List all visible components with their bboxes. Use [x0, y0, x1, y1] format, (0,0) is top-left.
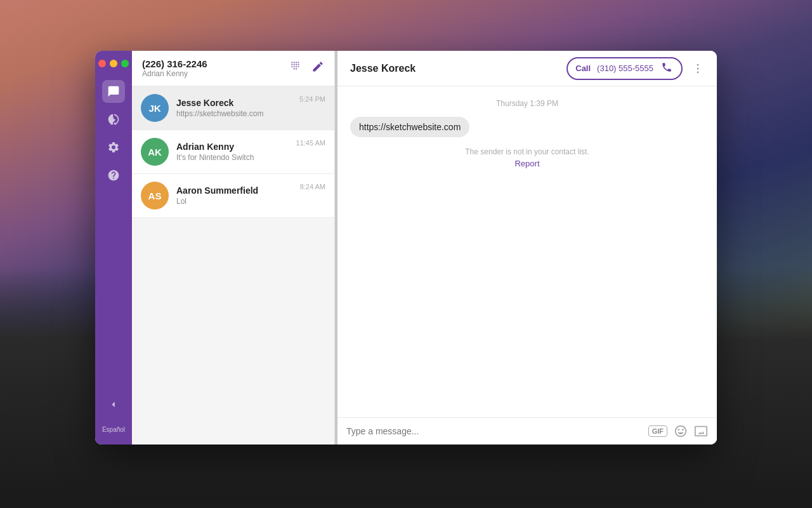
- compose-button[interactable]: [311, 60, 324, 76]
- report-link[interactable]: Report: [514, 159, 539, 168]
- avatar: JK: [141, 94, 169, 122]
- contacts-header: (226) 316-2246 Adrian Kenny: [132, 51, 334, 86]
- gif-button[interactable]: GIF: [648, 425, 667, 437]
- call-label: Call: [575, 64, 591, 73]
- sidebar-nav: Español: [95, 51, 132, 444]
- contact-info: Jesse Koreck https://sketchwebsite.com: [176, 98, 292, 118]
- image-button[interactable]: [694, 424, 708, 438]
- chat-messages: Thursday 1:39 PM https://sketchwebsite.c…: [337, 86, 717, 417]
- contacts-panel: (226) 316-2246 Adrian Kenny: [132, 51, 335, 444]
- more-options-button[interactable]: [691, 62, 704, 75]
- contact-list: JK Jesse Koreck https://sketchwebsite.co…: [132, 86, 334, 444]
- contact-preview: Lol: [176, 197, 292, 206]
- language-label: Español: [102, 426, 125, 433]
- svg-point-0: [697, 64, 699, 65]
- contact-time: 8:24 AM: [300, 183, 325, 190]
- sidebar-bottom: Español: [102, 393, 125, 436]
- contact-time: 5:24 PM: [299, 95, 325, 103]
- svg-point-2: [697, 71, 699, 73]
- app-window: Español (226) 316-2246 Adrian Kenny: [95, 51, 717, 444]
- sender-warning: The sender is not in your contact list.: [465, 147, 589, 156]
- contact-item[interactable]: AS Aaron Summerfield Lol 8:24 AM: [132, 174, 334, 218]
- message-bubble: https://sketchwebsite.com: [350, 117, 469, 137]
- emoji-button[interactable]: [674, 424, 688, 438]
- chat-contact-name: Jesse Koreck: [350, 63, 416, 74]
- header-icons: [290, 60, 324, 76]
- svg-point-1: [697, 67, 699, 69]
- chat-header: Jesse Koreck Call (310) 555-5555: [337, 51, 717, 86]
- call-number: (310) 555-5555: [597, 64, 653, 73]
- phone-icon: [661, 62, 672, 76]
- maximize-dot[interactable]: [121, 60, 129, 67]
- contact-name: Jesse Koreck: [176, 98, 292, 108]
- window-controls: [98, 60, 129, 67]
- chat-timestamp: Thursday 1:39 PM: [496, 99, 558, 108]
- chat-header-actions: Call (310) 555-5555: [566, 57, 704, 80]
- dialpad-button[interactable]: [290, 60, 303, 76]
- messages-nav-icon[interactable]: [102, 80, 125, 103]
- contact-name: Aaron Summerfield: [176, 185, 292, 196]
- contact-name: Adrian Kenny: [176, 142, 289, 152]
- contact-preview: It's for Nintendo Switch: [176, 153, 289, 162]
- message-input[interactable]: [346, 426, 642, 436]
- help-nav-icon[interactable]: [102, 164, 125, 187]
- contact-time: 11:45 AM: [296, 139, 325, 147]
- contact-item[interactable]: JK Jesse Koreck https://sketchwebsite.co…: [132, 86, 334, 130]
- close-dot[interactable]: [98, 60, 106, 67]
- activity-nav-icon[interactable]: [102, 108, 125, 131]
- contact-item[interactable]: AK Adrian Kenny It's for Nintendo Switch…: [132, 130, 334, 174]
- contact-info: Aaron Summerfield Lol: [176, 185, 292, 206]
- avatar: AS: [141, 182, 169, 210]
- header-contact-name: Adrian Kenny: [142, 69, 207, 78]
- minimize-dot[interactable]: [110, 60, 117, 67]
- call-button[interactable]: Call (310) 555-5555: [566, 57, 683, 80]
- contact-preview: https://sketchwebsite.com: [176, 109, 292, 118]
- contact-info: Adrian Kenny It's for Nintendo Switch: [176, 142, 289, 162]
- settings-nav-icon[interactable]: [102, 136, 125, 159]
- back-nav-icon[interactable]: [102, 393, 125, 416]
- avatar: AK: [141, 138, 169, 166]
- phone-number: (226) 316-2246: [142, 58, 207, 69]
- chat-panel: Jesse Koreck Call (310) 555-5555: [337, 51, 717, 444]
- chat-input-area: GIF: [337, 417, 717, 444]
